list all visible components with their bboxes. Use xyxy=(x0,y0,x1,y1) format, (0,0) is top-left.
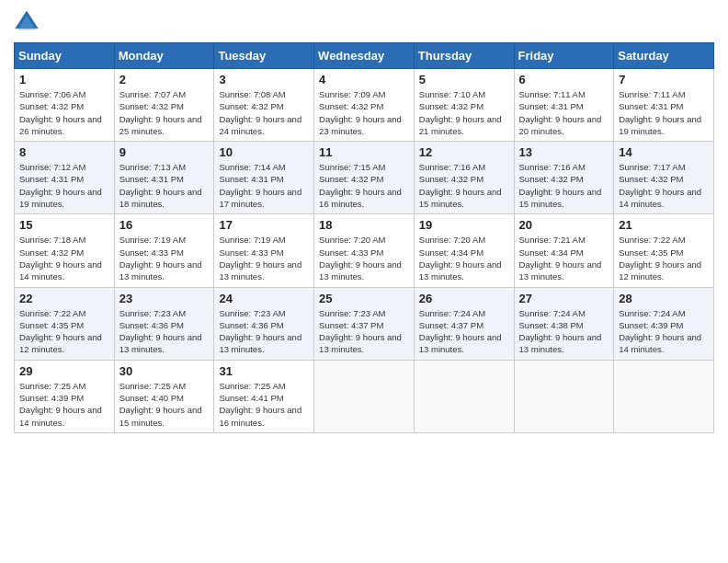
day-number: 13 xyxy=(519,145,609,159)
day-info: Sunrise: 7:23 AMSunset: 4:37 PMDaylight:… xyxy=(319,307,409,356)
day-number: 30 xyxy=(119,364,210,378)
day-info: Sunrise: 7:20 AMSunset: 4:34 PMDaylight:… xyxy=(419,234,509,282)
day-info: Sunrise: 7:16 AMSunset: 4:32 PMDaylight:… xyxy=(519,161,609,210)
calendar-cell: 24Sunrise: 7:23 AMSunset: 4:36 PMDayligh… xyxy=(214,287,314,360)
calendar-cell: 27Sunrise: 7:24 AMSunset: 4:38 PMDayligh… xyxy=(514,287,614,360)
day-info: Sunrise: 7:20 AMSunset: 4:33 PMDaylight:… xyxy=(319,234,409,282)
calendar-week-5: 29Sunrise: 7:25 AMSunset: 4:39 PMDayligh… xyxy=(15,360,714,432)
calendar-cell: 6Sunrise: 7:11 AMSunset: 4:31 PMDaylight… xyxy=(514,69,614,142)
day-number: 2 xyxy=(119,73,210,86)
calendar-cell: 16Sunrise: 7:19 AMSunset: 4:33 PMDayligh… xyxy=(114,214,214,287)
day-number: 5 xyxy=(419,73,509,86)
day-number: 9 xyxy=(119,145,210,159)
calendar-cell: 30Sunrise: 7:25 AMSunset: 4:40 PMDayligh… xyxy=(114,360,214,432)
day-number: 14 xyxy=(619,145,709,159)
day-number: 26 xyxy=(419,292,509,305)
day-info: Sunrise: 7:14 AMSunset: 4:31 PMDaylight:… xyxy=(219,161,309,210)
day-info: Sunrise: 7:12 AMSunset: 4:31 PMDaylight:… xyxy=(19,161,109,210)
page: SundayMondayTuesdayWednesdayThursdayFrid… xyxy=(0,0,728,563)
calendar-cell: 29Sunrise: 7:25 AMSunset: 4:39 PMDayligh… xyxy=(15,360,115,432)
calendar-cell xyxy=(314,360,415,432)
day-number: 19 xyxy=(419,218,509,232)
day-info: Sunrise: 7:24 AMSunset: 4:37 PMDaylight:… xyxy=(419,307,509,356)
calendar-cell: 4Sunrise: 7:09 AMSunset: 4:32 PMDaylight… xyxy=(314,69,415,142)
header xyxy=(14,9,714,35)
day-number: 25 xyxy=(319,292,409,305)
day-number: 11 xyxy=(319,145,409,159)
calendar-table: SundayMondayTuesdayWednesdayThursdayFrid… xyxy=(14,42,714,433)
day-number: 17 xyxy=(219,218,309,232)
calendar-week-2: 8Sunrise: 7:12 AMSunset: 4:31 PMDaylight… xyxy=(15,142,714,214)
calendar-cell: 12Sunrise: 7:16 AMSunset: 4:32 PMDayligh… xyxy=(414,142,514,214)
calendar-week-4: 22Sunrise: 7:22 AMSunset: 4:35 PMDayligh… xyxy=(15,287,714,360)
day-number: 28 xyxy=(619,292,709,305)
day-info: Sunrise: 7:23 AMSunset: 4:36 PMDaylight:… xyxy=(219,307,309,356)
day-number: 10 xyxy=(219,145,309,159)
calendar-cell: 9Sunrise: 7:13 AMSunset: 4:31 PMDaylight… xyxy=(114,142,214,214)
weekday-header-saturday: Saturday xyxy=(614,43,714,69)
day-info: Sunrise: 7:11 AMSunset: 4:31 PMDaylight:… xyxy=(519,88,609,137)
day-number: 7 xyxy=(619,73,709,86)
calendar-week-3: 15Sunrise: 7:18 AMSunset: 4:32 PMDayligh… xyxy=(15,214,714,287)
calendar-cell: 7Sunrise: 7:11 AMSunset: 4:31 PMDaylight… xyxy=(614,69,714,142)
logo xyxy=(14,9,43,35)
calendar-cell: 1Sunrise: 7:06 AMSunset: 4:32 PMDaylight… xyxy=(15,69,115,142)
calendar-cell: 15Sunrise: 7:18 AMSunset: 4:32 PMDayligh… xyxy=(15,214,115,287)
day-number: 18 xyxy=(319,218,409,232)
day-info: Sunrise: 7:10 AMSunset: 4:32 PMDaylight:… xyxy=(419,88,509,137)
day-number: 23 xyxy=(119,292,210,305)
calendar-header: SundayMondayTuesdayWednesdayThursdayFrid… xyxy=(15,43,714,69)
calendar-cell: 21Sunrise: 7:22 AMSunset: 4:35 PMDayligh… xyxy=(614,214,714,287)
weekday-header-tuesday: Tuesday xyxy=(214,43,314,69)
day-info: Sunrise: 7:09 AMSunset: 4:32 PMDaylight:… xyxy=(319,88,409,137)
weekday-header-monday: Monday xyxy=(114,43,214,69)
day-info: Sunrise: 7:25 AMSunset: 4:41 PMDaylight:… xyxy=(219,380,309,429)
calendar-cell: 10Sunrise: 7:14 AMSunset: 4:31 PMDayligh… xyxy=(214,142,314,214)
calendar-cell: 20Sunrise: 7:21 AMSunset: 4:34 PMDayligh… xyxy=(514,214,614,287)
day-info: Sunrise: 7:13 AMSunset: 4:31 PMDaylight:… xyxy=(119,161,210,210)
day-info: Sunrise: 7:19 AMSunset: 4:33 PMDaylight:… xyxy=(219,234,309,282)
day-number: 20 xyxy=(519,218,609,232)
calendar-week-1: 1Sunrise: 7:06 AMSunset: 4:32 PMDaylight… xyxy=(15,69,714,142)
day-number: 3 xyxy=(219,73,309,86)
calendar-cell: 19Sunrise: 7:20 AMSunset: 4:34 PMDayligh… xyxy=(414,214,514,287)
logo-icon xyxy=(14,9,40,35)
day-info: Sunrise: 7:18 AMSunset: 4:32 PMDaylight:… xyxy=(19,234,109,282)
calendar-cell: 5Sunrise: 7:10 AMSunset: 4:32 PMDaylight… xyxy=(414,69,514,142)
day-info: Sunrise: 7:15 AMSunset: 4:32 PMDaylight:… xyxy=(319,161,409,210)
calendar-cell xyxy=(414,360,514,432)
calendar-cell: 28Sunrise: 7:24 AMSunset: 4:39 PMDayligh… xyxy=(614,287,714,360)
day-number: 16 xyxy=(119,218,210,232)
day-info: Sunrise: 7:08 AMSunset: 4:32 PMDaylight:… xyxy=(219,88,309,137)
day-info: Sunrise: 7:17 AMSunset: 4:32 PMDaylight:… xyxy=(619,161,709,210)
calendar-cell: 14Sunrise: 7:17 AMSunset: 4:32 PMDayligh… xyxy=(614,142,714,214)
day-info: Sunrise: 7:25 AMSunset: 4:39 PMDaylight:… xyxy=(19,380,109,429)
day-info: Sunrise: 7:11 AMSunset: 4:31 PMDaylight:… xyxy=(619,88,709,137)
calendar-cell: 17Sunrise: 7:19 AMSunset: 4:33 PMDayligh… xyxy=(214,214,314,287)
weekday-header-friday: Friday xyxy=(514,43,614,69)
calendar-cell: 31Sunrise: 7:25 AMSunset: 4:41 PMDayligh… xyxy=(214,360,314,432)
day-number: 24 xyxy=(219,292,309,305)
weekday-header-thursday: Thursday xyxy=(414,43,514,69)
day-info: Sunrise: 7:21 AMSunset: 4:34 PMDaylight:… xyxy=(519,234,609,282)
day-info: Sunrise: 7:22 AMSunset: 4:35 PMDaylight:… xyxy=(619,234,709,282)
day-number: 21 xyxy=(619,218,709,232)
calendar-cell: 25Sunrise: 7:23 AMSunset: 4:37 PMDayligh… xyxy=(314,287,415,360)
calendar-cell: 8Sunrise: 7:12 AMSunset: 4:31 PMDaylight… xyxy=(15,142,115,214)
day-info: Sunrise: 7:25 AMSunset: 4:40 PMDaylight:… xyxy=(119,380,210,429)
calendar-body: 1Sunrise: 7:06 AMSunset: 4:32 PMDaylight… xyxy=(15,69,714,433)
day-number: 4 xyxy=(319,73,409,86)
day-info: Sunrise: 7:23 AMSunset: 4:36 PMDaylight:… xyxy=(119,307,210,356)
day-info: Sunrise: 7:22 AMSunset: 4:35 PMDaylight:… xyxy=(19,307,109,356)
day-number: 12 xyxy=(419,145,509,159)
day-info: Sunrise: 7:24 AMSunset: 4:39 PMDaylight:… xyxy=(619,307,709,356)
day-number: 27 xyxy=(519,292,609,305)
day-number: 22 xyxy=(19,292,109,305)
day-number: 15 xyxy=(19,218,109,232)
weekday-header-sunday: Sunday xyxy=(15,43,115,69)
calendar-cell: 22Sunrise: 7:22 AMSunset: 4:35 PMDayligh… xyxy=(15,287,115,360)
calendar-cell: 26Sunrise: 7:24 AMSunset: 4:37 PMDayligh… xyxy=(414,287,514,360)
calendar-cell: 3Sunrise: 7:08 AMSunset: 4:32 PMDaylight… xyxy=(214,69,314,142)
day-info: Sunrise: 7:24 AMSunset: 4:38 PMDaylight:… xyxy=(519,307,609,356)
calendar-cell: 11Sunrise: 7:15 AMSunset: 4:32 PMDayligh… xyxy=(314,142,415,214)
